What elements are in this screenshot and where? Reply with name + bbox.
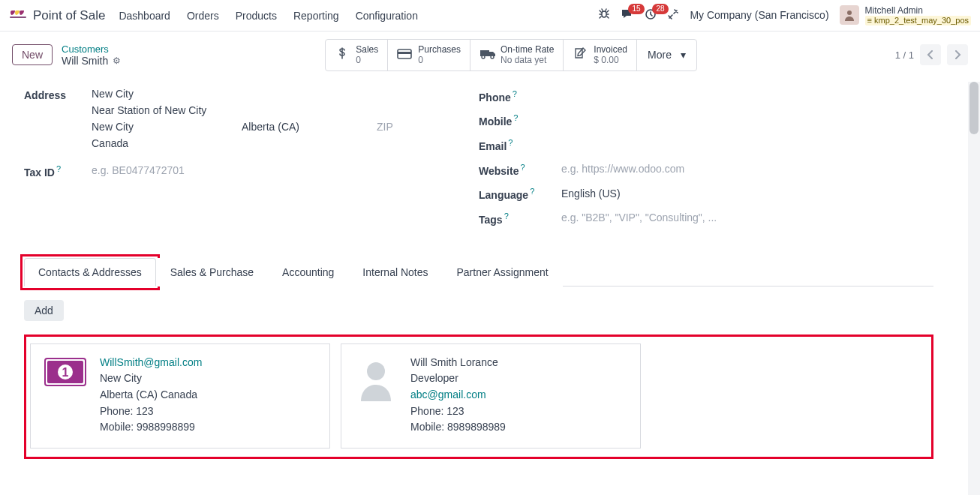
pencil-note-icon [573, 46, 588, 64]
tabs: Contacts & Addresses Sales & Purchase Ac… [24, 257, 933, 286]
svg-text:1: 1 [62, 366, 69, 379]
debug-icon[interactable] [598, 8, 610, 22]
pager-prev[interactable] [920, 44, 941, 65]
stat-buttons: Sales0 Purchases0 On-time RateNo data ye… [325, 39, 697, 71]
card-icon [397, 47, 412, 63]
label-mobile: Mobile? [479, 112, 561, 128]
contact-region: Alberta (CA) Canada [100, 387, 202, 404]
label-address: Address [24, 88, 92, 101]
company-switcher[interactable]: My Company (San Francisco) [690, 9, 828, 21]
language-select[interactable]: English (US) [561, 188, 621, 200]
svg-point-6 [482, 56, 485, 58]
vertical-scrollbar[interactable] [968, 82, 980, 495]
app-logo-icon[interactable] [9, 9, 27, 22]
stat-sales[interactable]: Sales0 [326, 40, 388, 70]
pager-next[interactable] [947, 44, 968, 65]
svg-point-3 [847, 10, 852, 15]
nav-orders[interactable]: Orders [187, 10, 219, 22]
contact-city: New City [100, 370, 202, 387]
user-name: Mitchell Admin [865, 5, 971, 16]
app-title[interactable]: Point of Sale [33, 8, 105, 23]
messages-icon[interactable]: 15 [621, 8, 634, 22]
add-contact-button[interactable]: Add [24, 300, 64, 321]
contact-mobile: Mobile: 9988998899 [100, 419, 202, 436]
scrollbar-thumb[interactable] [969, 82, 978, 134]
tab-internal-notes[interactable]: Internal Notes [348, 258, 442, 286]
avatar-icon [840, 5, 859, 25]
user-menu[interactable]: Mitchell Admin kmp_2_test_may_30_pos [840, 5, 971, 26]
address-input[interactable]: New City Near Station of New City New Ci… [92, 88, 393, 154]
label-language: Language? [479, 185, 561, 201]
svg-rect-5 [398, 52, 411, 54]
tab-contacts-addresses[interactable]: Contacts & Addresses [24, 258, 156, 286]
stat-on-time-rate[interactable]: On-time RateNo data yet [470, 40, 564, 70]
label-email: Email? [479, 136, 561, 152]
breadcrumb-parent[interactable]: Customers [62, 44, 121, 55]
pager-text[interactable]: 1 / 1 [895, 50, 914, 61]
stat-invoiced[interactable]: Invoiced$ 0.00 [564, 40, 637, 70]
contact-card[interactable]: Will Smith Lorance Developer abc@gmail.c… [341, 344, 641, 448]
nav-products[interactable]: Products [236, 10, 277, 22]
form-scroll[interactable]: Address New City Near Station of New Cit… [0, 82, 980, 495]
contact-phone: Phone: 123 [410, 404, 506, 420]
pager: 1 / 1 [895, 44, 968, 65]
contact-mobile: Mobile: 8989898989 [410, 419, 506, 436]
nav-dashboard[interactable]: Dashboard [119, 10, 170, 22]
label-website: Website? [479, 161, 561, 177]
tab-sales-purchase[interactable]: Sales & Purchase [156, 258, 268, 286]
activities-icon[interactable]: 28 [645, 8, 657, 22]
new-button[interactable]: New [12, 44, 53, 65]
stat-more[interactable]: More ▾ [637, 40, 696, 70]
label-phone: Phone? [479, 88, 561, 104]
breadcrumb: Customers Will Smith ⚙ [62, 44, 121, 67]
label-taxid: Tax ID? [24, 163, 92, 178]
tags-input[interactable]: e.g. "B2B", "VIP", "Consulting", ... [561, 212, 717, 224]
contact-phone: Phone: 123 [100, 404, 202, 420]
messages-badge: 15 [628, 4, 644, 14]
database-name: kmp_2_test_may_30_pos [865, 16, 971, 26]
tools-icon[interactable] [667, 8, 679, 22]
top-nav: Point of Sale Dashboard Orders Products … [0, 0, 980, 32]
invoice-address-icon: 1 [43, 355, 88, 437]
contact-title: Developer [410, 370, 506, 387]
gear-icon[interactable]: ⚙ [113, 56, 121, 66]
highlight-box-cards: 1 WillSmith@gmail.com New City Alberta (… [24, 334, 933, 459]
svg-rect-0 [10, 16, 26, 18]
contact-email: WillSmith@gmail.com [100, 355, 202, 371]
contact-email: abc@gmail.com [410, 387, 506, 404]
truck-icon [479, 47, 495, 63]
person-icon [353, 355, 398, 437]
stat-purchases[interactable]: Purchases0 [388, 40, 470, 70]
svg-point-12 [367, 362, 385, 380]
nav-links: Dashboard Orders Products Reporting Conf… [119, 10, 418, 22]
contact-name: Will Smith Lorance [410, 355, 506, 371]
svg-point-7 [491, 56, 494, 58]
tab-partner-assignment[interactable]: Partner Assignment [443, 258, 563, 286]
nav-configuration[interactable]: Configuration [356, 10, 418, 22]
breadcrumb-current: Will Smith [62, 55, 108, 67]
label-tags: Tags? [479, 210, 561, 226]
dollar-icon [335, 46, 350, 64]
tab-accounting[interactable]: Accounting [268, 258, 348, 286]
caret-down-icon: ▾ [681, 49, 686, 61]
activities-badge: 28 [652, 4, 668, 14]
control-panel: New Customers Will Smith ⚙ Sales0 Purcha… [0, 32, 980, 82]
nav-reporting[interactable]: Reporting [293, 10, 339, 22]
website-input[interactable]: e.g. https://www.odoo.com [561, 163, 684, 175]
contact-card[interactable]: 1 WillSmith@gmail.com New City Alberta (… [30, 344, 330, 448]
taxid-input[interactable]: e.g. BE0477472701 [92, 164, 185, 176]
